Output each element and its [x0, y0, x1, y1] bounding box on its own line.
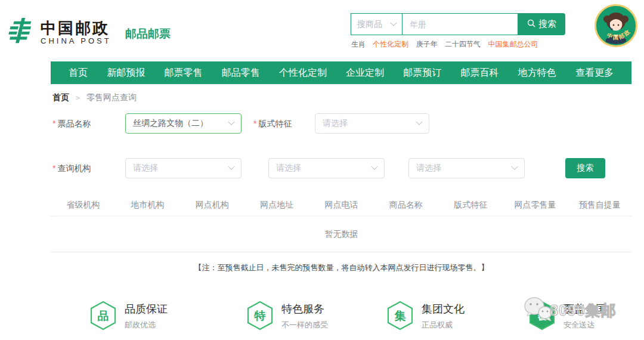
hot-link[interactable]: 庚子年 [416, 40, 438, 48]
culture-hexagon-icon: 集 [386, 301, 414, 333]
feature-title: 覆盖全国 [564, 302, 606, 316]
coverage-hexagon-icon: 覆 [528, 301, 556, 333]
chevron-down-icon [416, 119, 422, 125]
org-province-placeholder: 请选择 [133, 163, 158, 174]
col-province-org: 省级机构 [51, 200, 115, 211]
col-presale-pickup-qty: 预售自提量 [568, 200, 632, 211]
page-title: 邮品邮票 [125, 26, 171, 42]
empty-state-text: 暂无数据 [51, 217, 632, 252]
main-nav: 首页 新邮预报 邮票零售 邮品零售 个性化定制 企业定制 邮票预订 邮票百科 地… [51, 61, 631, 84]
feature-title: 品质保证 [125, 302, 168, 316]
format-placeholder: 请选择 [323, 118, 348, 129]
search-category-value: 搜商品 [357, 19, 382, 30]
feature-title: 特色服务 [281, 302, 328, 316]
breadcrumb-current: 零售网点查询 [86, 92, 137, 103]
hot-link[interactable]: 中国集邮总公司 [488, 40, 538, 48]
format-select[interactable]: 请选择 [315, 113, 429, 134]
header-search-button[interactable]: 搜索 [518, 13, 565, 35]
nav-item-postal-retail[interactable]: 邮品零售 [222, 61, 260, 84]
results-table: 省级机构 地市机构 网点机构 网点地址 网点电话 商品名称 版式特征 网点零售量… [51, 194, 632, 252]
nav-item-stamp-retail[interactable]: 邮票零售 [164, 61, 202, 84]
product-name-select[interactable]: 丝绸之路文物（二） [125, 113, 242, 134]
nav-item-home[interactable]: 首页 [69, 61, 88, 84]
col-outlet-phone: 网点电话 [309, 200, 373, 211]
hot-link[interactable]: 生肖 [351, 40, 366, 48]
org-province-select[interactable]: 请选择 [125, 158, 242, 178]
nav-item-local-special[interactable]: 地方特色 [518, 61, 556, 84]
product-name-label: *票品名称 [52, 119, 91, 129]
service-hexagon-icon: 特 [246, 301, 274, 333]
chevron-down-icon [228, 119, 234, 125]
query-search-button[interactable]: 搜索 [565, 158, 605, 178]
nav-item-enterprise[interactable]: 企业定制 [346, 61, 384, 84]
feature-quality: 品 品质保证 邮政优选 [89, 301, 168, 333]
col-outlet-org: 网点机构 [180, 200, 244, 211]
feature-subtitle: 正品权威 [422, 320, 465, 330]
feature-subtitle: 不一样的感受 [281, 320, 328, 330]
header-search-bar: 搜商品 搜索 [351, 13, 565, 35]
breadcrumb: 首页 ＞ 零售网点查询 [52, 92, 137, 103]
col-city-org: 地市机构 [115, 200, 179, 211]
search-input[interactable] [402, 13, 518, 35]
hot-link[interactable]: 二十四节气 [445, 40, 481, 48]
feature-subtitle: 邮政优选 [125, 320, 168, 330]
svg-text:集: 集 [394, 310, 406, 322]
required-mark: * [52, 163, 55, 173]
logo-cn: 中国邮政 [41, 20, 112, 36]
logo-en: CHINA POST [41, 36, 112, 45]
org-label: *查询机构 [52, 163, 91, 174]
quality-hexagon-icon: 品 [89, 301, 117, 333]
col-retail-qty: 网点零售量 [503, 200, 567, 211]
feature-coverage: 覆 覆盖全国 安全送达 [528, 301, 606, 333]
presale-note: 【注：至预售截止日，未售完的预售数量，将自动转入本网点发行日进行现场零售。】 [51, 262, 632, 273]
nav-item-personalized[interactable]: 个性化定制 [279, 61, 327, 84]
breadcrumb-home[interactable]: 首页 [52, 92, 69, 103]
breadcrumb-separator-icon: ＞ [74, 92, 82, 103]
org-city-select[interactable]: 请选择 [268, 158, 385, 178]
hot-links: 生肖 个性化定制 庚子年 二十四节气 中国集邮总公司 [351, 39, 543, 50]
org-outlet-select[interactable]: 请选择 [408, 158, 525, 178]
col-product-name: 商品名称 [374, 200, 438, 211]
chevron-down-icon [390, 19, 397, 26]
china-post-logo[interactable]: 中国邮政 CHINA POST [8, 17, 112, 48]
chevron-down-icon [511, 163, 518, 170]
page: 中国邮政 CHINA POST 邮品邮票 搜商品 搜索 生肖 个性化定制 庚子年… [0, 0, 644, 340]
svg-text:特: 特 [254, 310, 266, 322]
search-icon [527, 19, 535, 29]
org-outlet-placeholder: 请选择 [416, 163, 441, 174]
nav-item-see-more[interactable]: 查看更多 [575, 61, 614, 84]
feature-service: 特 特色服务 不一样的感受 [246, 301, 328, 333]
chevron-down-icon [228, 163, 234, 170]
table-header-row: 省级机构 地市机构 网点机构 网点地址 网点电话 商品名称 版式特征 网点零售量… [51, 194, 632, 217]
svg-text:覆: 覆 [538, 311, 547, 321]
org-city-placeholder: 请选择 [276, 163, 301, 174]
col-outlet-address: 网点地址 [244, 200, 309, 211]
nav-item-stamp-booking[interactable]: 邮票预订 [403, 61, 441, 84]
feature-title: 集团文化 [422, 302, 465, 316]
feature-culture: 集 集团文化 正品权威 [386, 301, 465, 333]
china-post-logo-icon [8, 17, 36, 48]
nav-item-new-stamp-forecast[interactable]: 新邮预报 [107, 61, 145, 84]
user-avatar[interactable]: 中国邮政 [594, 4, 638, 48]
chevron-down-icon [371, 163, 377, 170]
feature-subtitle: 安全送达 [564, 320, 606, 330]
required-mark: * [253, 119, 256, 128]
hot-link[interactable]: 个性化定制 [373, 40, 408, 48]
nav-item-stamp-wiki[interactable]: 邮票百科 [461, 61, 499, 84]
format-label: *版式特征 [253, 119, 292, 129]
logo-text: 中国邮政 CHINA POST [41, 20, 112, 45]
required-mark: * [52, 119, 55, 128]
header-search-button-label: 搜索 [538, 18, 556, 30]
search-category-select[interactable]: 搜商品 [351, 13, 402, 35]
product-name-value: 丝绸之路文物（二） [133, 118, 208, 129]
col-format: 版式特征 [438, 200, 503, 211]
svg-text:品: 品 [98, 310, 109, 322]
